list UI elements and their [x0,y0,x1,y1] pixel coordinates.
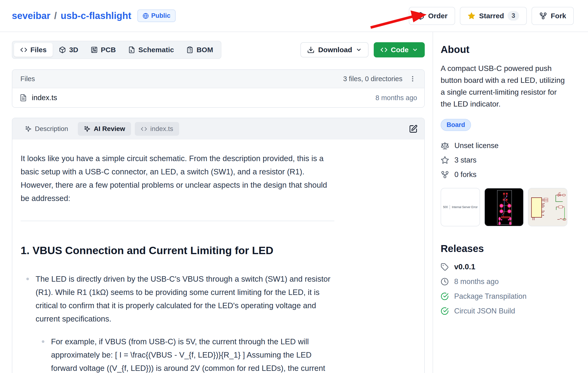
tab-bom[interactable]: BOM [180,43,219,57]
forks-label: 0 forks [454,170,476,179]
clipboard-icon [186,46,193,53]
about-title: About [441,44,577,55]
license-row: Unset license [441,141,577,150]
scale-icon [441,141,449,150]
download-icon [307,46,315,54]
code-button-label: Code [391,46,409,54]
tab-ai-review-label: AI Review [94,125,125,133]
globe-icon [143,13,149,19]
tab-pcb[interactable]: PCB [84,43,122,57]
release-check-label: Package Transpilation [454,292,526,301]
repo-link[interactable]: usb-c-flashlight [61,10,131,21]
chevron-down-icon [356,47,362,53]
code-button[interactable]: Code [374,42,425,57]
tab-pcb-label: PCB [101,46,116,54]
files-summary: 3 files, 0 directories [343,75,402,83]
thumbnail-schematic-preview[interactable] [528,188,567,226]
sparkles-icon [84,125,91,132]
circuit-board-icon [91,46,98,53]
content-divider [21,221,334,221]
tab-schematic[interactable]: Schematic [122,43,180,57]
board-tag-badge[interactable]: Board [441,119,471,131]
git-fork-icon [539,12,547,20]
public-badge: Public [137,10,176,22]
repo-header: seveibar / usb-c-flashlight Public Order… [0,0,588,32]
tab-schematic-label: Schematic [138,46,174,54]
ai-review-intro: It looks like you have a simple circuit … [21,152,334,205]
cube-icon [59,46,66,53]
about-description: A compact USB-C powered push button boar… [441,62,569,110]
thumbnail-pcb-preview[interactable] [484,188,524,226]
tab-files-label: Files [30,46,46,54]
ai-review-sub-bullet: For example, if VBUS (from USB-C) is 5V,… [36,335,334,373]
tab-files[interactable]: Files [14,43,53,57]
order-button-label: Order [428,12,448,20]
star-count-badge: 3 [508,11,519,21]
chevron-down-icon [412,47,418,53]
sidebar: About A compact USB-C powered push butto… [433,32,588,373]
git-fork-icon [441,170,449,179]
release-age: 8 months ago [454,277,499,286]
release-version[interactable]: v0.0.1 [454,262,475,271]
star-filled-icon [467,12,475,20]
file-updated: 8 months ago [375,94,417,102]
download-button-label: Download [318,46,352,54]
ai-review-content: It looks like you have a simple circuit … [21,152,334,373]
3d-preview-error-text: 500 Internal Server Error [443,205,478,209]
tag-icon [441,263,449,271]
release-check-label: Circuit JSON Build [454,307,515,315]
tab-3d-label: 3D [69,46,78,54]
forks-row[interactable]: 0 forks [441,170,577,179]
breadcrumb: seveibar / usb-c-flashlight [12,10,131,21]
view-mode-tabs: Files 3D PCB [12,41,221,59]
public-badge-label: Public [151,12,170,20]
file-text-icon [20,94,27,102]
tab-bom-label: BOM [197,46,213,54]
sparkles-icon [25,125,32,132]
fork-button[interactable]: Fork [532,7,574,25]
ai-review-heading: 1. VBUS Connection and Current Limiting … [21,244,334,257]
kebab-menu-icon[interactable] [409,75,416,82]
file-name[interactable]: index.ts [32,93,57,102]
releases-title: Releases [441,243,577,254]
release-version-row[interactable]: v0.0.1 [441,262,577,271]
code-icon [141,126,147,132]
stars-row[interactable]: 3 stars [441,156,577,165]
ai-review-list: The LED is directly driven by the USB-C'… [21,272,334,373]
package-icon [416,12,424,20]
file-code-icon [128,46,135,53]
download-button[interactable]: Download [300,42,368,57]
order-button[interactable]: Order [409,7,455,25]
breadcrumb-separator: / [54,10,57,21]
starred-button-label: Starred [479,12,504,20]
ai-review-bullet: The LED is directly driven by the USB-C'… [21,272,334,326]
check-circle-icon [441,307,449,315]
thumbnail-3d-preview[interactable]: 500 Internal Server Error [441,188,480,226]
star-icon [441,156,449,165]
main-content: Files 3D PCB [0,32,433,373]
release-check-transpilation: Package Transpilation [441,292,577,301]
owner-link[interactable]: seveibar [12,10,50,21]
stars-label: 3 stars [454,156,476,165]
license-label: Unset license [454,141,499,150]
tab-description-label: Description [35,125,68,133]
file-row-index-ts[interactable]: index.ts 8 months ago [12,88,424,107]
clock-icon [441,278,449,286]
tab-index-ts-label: index.ts [150,125,173,133]
viewer-panel: Description AI Review index.ts [12,118,425,373]
tab-index-ts[interactable]: index.ts [135,122,179,136]
tab-3d[interactable]: 3D [53,43,84,57]
code-icon [20,46,27,53]
starred-button[interactable]: Starred 3 [460,7,527,25]
fork-button-label: Fork [551,12,566,20]
files-panel: Files 3 files, 0 directories index.ts 8 … [12,69,425,108]
tab-description[interactable]: Description [19,122,74,136]
check-circle-icon [441,292,449,300]
release-age-row: 8 months ago [441,277,577,286]
code-icon [380,46,388,53]
files-panel-title: Files [21,75,35,83]
tab-ai-review[interactable]: AI Review [78,122,131,136]
release-check-circuit-json: Circuit JSON Build [441,307,577,315]
edit-icon[interactable] [409,124,418,133]
